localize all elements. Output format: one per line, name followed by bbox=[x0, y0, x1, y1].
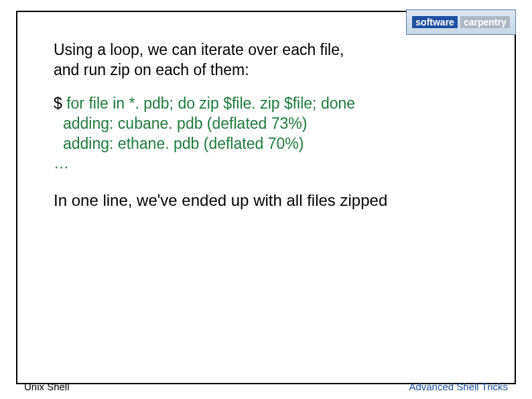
logo-word-2: carpentry bbox=[460, 16, 510, 28]
terminal-output-1: adding: cubane. pdb (deflated 73%) bbox=[54, 114, 505, 134]
prompt: $ bbox=[54, 95, 62, 112]
conclusion-text: In one line, we've ended up with all fil… bbox=[54, 190, 505, 211]
intro-text: Using a loop, we can iterate over each f… bbox=[54, 40, 505, 80]
footer-right: Advanced Shell Tricks bbox=[409, 381, 508, 392]
brand-logo: software carpentry bbox=[406, 9, 516, 35]
footer-left: Unix Shell bbox=[24, 381, 70, 392]
logo-word-1: software bbox=[412, 16, 458, 28]
command-text: for file in *. pdb; do zip $file. zip $f… bbox=[66, 95, 355, 112]
logo-inner: software carpentry bbox=[412, 16, 509, 28]
terminal-output-3: … bbox=[54, 154, 505, 174]
terminal-command-line: $ for file in *. pdb; do zip $file. zip … bbox=[54, 94, 505, 114]
intro-line-2: and run zip on each of them: bbox=[54, 60, 505, 80]
intro-line-1: Using a loop, we can iterate over each f… bbox=[54, 40, 505, 60]
terminal-output-2: adding: ethane. pdb (deflated 70%) bbox=[54, 134, 505, 154]
slide-content: Using a loop, we can iterate over each f… bbox=[54, 40, 505, 211]
terminal-block: $ for file in *. pdb; do zip $file. zip … bbox=[54, 94, 505, 174]
